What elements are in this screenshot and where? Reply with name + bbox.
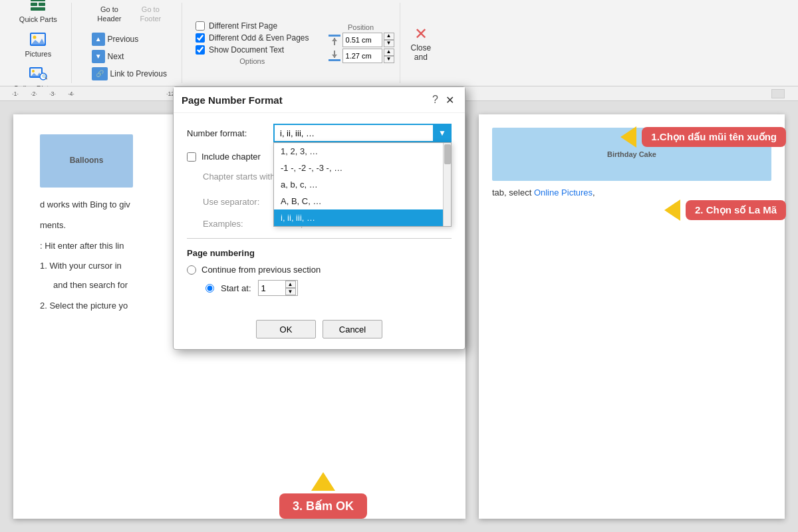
next-label: Next <box>108 52 124 61</box>
start-at-spin-buttons: ▲ ▼ <box>285 281 296 295</box>
pictures-button[interactable]: Pictures <box>22 27 54 59</box>
ribbon-insert-group: Quick Parts Pictures 🔍 <box>5 3 72 83</box>
quick-parts-label: Quick Parts <box>19 15 57 23</box>
header-spin-up[interactable]: ▲ <box>384 33 394 40</box>
use-separator-label: Use separator: <box>203 197 283 207</box>
go-to-header-button[interactable]: Go to Header <box>94 4 124 24</box>
svg-marker-14 <box>332 38 337 41</box>
footer-position-icon <box>328 49 341 63</box>
ribbon-nav-group: Go to Header Go to Footer ▲ Previous ▼ N… <box>77 3 182 83</box>
start-at-spin-down[interactable]: ▼ <box>285 288 296 295</box>
next-button[interactable]: ▼ Next <box>88 49 171 65</box>
position-label: Position <box>328 23 394 31</box>
footer-from-bottom-input[interactable] <box>342 49 382 63</box>
dropdown-item-lower-roman[interactable]: i, ii, iii, … <box>274 209 451 226</box>
svg-rect-12 <box>329 35 340 37</box>
quick-parts-icon <box>27 0 49 15</box>
start-at-spin-up[interactable]: ▲ <box>285 281 296 288</box>
svg-rect-15 <box>329 59 340 61</box>
cancel-button[interactable]: Cancel <box>323 320 382 338</box>
annotation-1-group: 1.Chọn dấu mũi tên xuống <box>620 126 786 148</box>
svg-marker-17 <box>332 55 337 58</box>
dialog-help-button[interactable]: ? <box>432 94 438 106</box>
start-at-radio[interactable] <box>205 284 214 293</box>
different-first-page-row: Different First Page <box>196 21 309 31</box>
different-odd-even-row: Different Odd & Even Pages <box>196 33 309 43</box>
ok-button[interactable]: OK <box>256 320 316 338</box>
continue-from-previous-label: Continue from previous section <box>201 265 321 275</box>
link-to-previous-label: Link to Previous <box>110 69 167 78</box>
link-to-previous-icon: 🔗 <box>92 67 108 80</box>
options-label: Options <box>196 57 309 65</box>
header-from-top-row: ▲ ▼ <box>328 33 394 47</box>
dialog-titlebar: Page Number Format ? ✕ <box>174 87 465 113</box>
footer-spin-up[interactable]: ▲ <box>384 49 394 56</box>
show-document-text-checkbox[interactable] <box>196 45 205 55</box>
dialog-titlebar-buttons: ? ✕ <box>432 92 457 107</box>
different-odd-even-label: Different Odd & Even Pages <box>209 33 309 43</box>
header-from-top-input[interactable] <box>342 33 382 47</box>
continue-from-previous-radio[interactable] <box>187 265 196 275</box>
dialog-title: Page Number Format <box>182 94 283 106</box>
doc-area-right: Birthday Cake tab, select Online Picture… <box>472 101 798 532</box>
ribbon-options-group: Different First Page Different Odd & Eve… <box>188 3 317 83</box>
doc-page-right: Birthday Cake tab, select Online Picture… <box>479 114 785 519</box>
dropdown-item-upper-alpha[interactable]: A, B, C, … <box>274 193 451 209</box>
go-to-footer-button[interactable]: Go to Footer <box>137 4 164 24</box>
dialog-close-button[interactable]: ✕ <box>442 92 457 107</box>
svg-point-8 <box>32 70 35 72</box>
link-to-previous-button[interactable]: 🔗 Link to Previous <box>88 66 171 82</box>
dropdown-scrollbar-thumb <box>444 144 451 164</box>
next-icon: ▼ <box>92 50 105 63</box>
dropdown-item-lower-alpha[interactable]: a, b, c, … <box>274 176 451 193</box>
quick-parts-button[interactable]: Quick Parts <box>17 0 60 25</box>
annotation-2-bubble: 2. Chọn số La Mã <box>686 200 786 220</box>
online-pictures-icon: 🔍 <box>27 63 49 84</box>
online-pictures-link[interactable]: Online Pictures <box>534 188 593 198</box>
svg-marker-6 <box>31 39 45 45</box>
header-spin-down[interactable]: ▼ <box>384 40 394 47</box>
start-at-row: Start at: ▲ ▼ <box>187 280 452 296</box>
previous-icon: ▲ <box>92 33 105 46</box>
different-odd-even-checkbox[interactable] <box>196 33 205 43</box>
dialog-container: Page Number Format ? ✕ Number format: 1,… <box>173 86 466 350</box>
dialog-divider <box>187 238 452 239</box>
svg-rect-2 <box>39 3 45 6</box>
number-format-dropdown-container: 1, 2, 3, … -1 -, -2 -, -3 -, … a, b, c, … <box>273 124 452 142</box>
dropdown-scrollbar <box>443 143 451 226</box>
include-chapter-checkbox[interactable] <box>187 152 196 162</box>
dropdown-item-arabic[interactable]: 1, 2, 3, … <box>274 143 451 160</box>
svg-text:🔍: 🔍 <box>42 74 48 80</box>
chapter-starts-label: Chapter starts with: <box>203 172 283 182</box>
number-format-dropdown-list: 1, 2, 3, … -1 -, -2 -, -3 -, … a, b, c, … <box>273 142 452 227</box>
page-numbering-section-title: Page numbering <box>187 248 452 258</box>
close-label: Close <box>411 43 432 53</box>
footer-from-bottom-row: ▲ ▼ <box>328 49 394 63</box>
page-number-format-dialog: Page Number Format ? ✕ Number format: 1,… <box>173 86 466 350</box>
ribbon-close-and-group[interactable]: ✕ Close and <box>406 3 437 83</box>
svg-rect-1 <box>31 3 37 6</box>
number-format-select[interactable]: 1, 2, 3, … -1 -, -2 -, -3 -, … a, b, c, … <box>273 124 452 142</box>
arrow-left-yellow-2 <box>664 200 680 221</box>
close-icon-ribbon: ✕ <box>414 25 428 43</box>
svg-point-5 <box>33 35 37 39</box>
dropdown-item-neg[interactable]: -1 -, -2 -, -3 -, … <box>274 160 451 176</box>
svg-rect-0 <box>31 0 45 1</box>
show-document-text-row: Show Document Text <box>196 45 309 55</box>
different-first-page-label: Different First Page <box>209 21 277 31</box>
start-at-spinbox: ▲ ▼ <box>258 280 298 296</box>
number-format-dropdown-arrow[interactable]: ▼ <box>433 124 452 142</box>
previous-button[interactable]: ▲ Previous <box>88 31 171 47</box>
svg-rect-3 <box>31 7 45 11</box>
annotation-3-group: 3. Bấm OK <box>279 472 367 519</box>
start-at-value-input[interactable] <box>259 281 285 295</box>
different-first-page-checkbox[interactable] <box>196 21 205 31</box>
number-format-row: Number format: 1, 2, 3, … -1 -, -2 -, -3… <box>187 124 452 142</box>
ruler-corner <box>771 89 785 98</box>
annotation-3-bubble: 3. Bấm OK <box>279 493 367 519</box>
footer-spin-down[interactable]: ▼ <box>384 56 394 63</box>
annotation-2-group: 2. Chọn số La Mã <box>664 200 786 221</box>
go-to-header-label: Go to Header <box>97 5 121 22</box>
dialog-body: Number format: 1, 2, 3, … -1 -, -2 -, -3… <box>174 113 465 312</box>
ribbon: Quick Parts Pictures 🔍 <box>0 0 798 86</box>
